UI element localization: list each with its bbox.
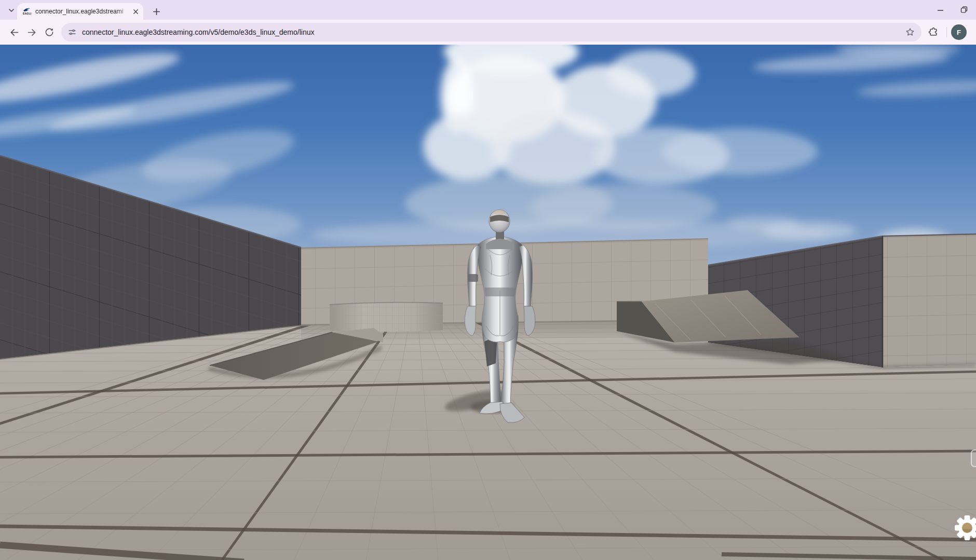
profile-avatar[interactable]: F [951,24,967,40]
back-button[interactable] [5,23,23,41]
svg-text:EAGLE: EAGLE [23,11,31,15]
extensions-button[interactable] [925,23,942,41]
bookmark-star-icon[interactable] [905,27,915,37]
close-icon [133,9,139,15]
tab-search-button[interactable] [4,4,19,17]
forward-button[interactable] [23,23,40,41]
extensions-puzzle-icon [928,27,939,37]
cylinder-prop [330,303,443,332]
tab-strip: EAGLE connector_linux.eagle3dstreami [0,0,976,20]
browser-window: EAGLE connector_linux.eagle3dstreami [0,0,976,560]
active-tab[interactable]: EAGLE connector_linux.eagle3dstreami [17,3,143,20]
reload-icon [44,27,55,37]
tab-title: connector_linux.eagle3dstreami [35,8,131,15]
gear-icon [955,515,976,540]
url-text: connector_linux.eagle3dstreaming.com/v5/… [82,28,905,36]
tab-close-button[interactable] [131,7,140,16]
minimize-button[interactable] [928,0,952,20]
site-info-tune-icon [67,28,77,37]
pixel-streaming-viewport[interactable] [0,45,976,560]
url-bar[interactable]: connector_linux.eagle3dstreaming.com/v5/… [61,23,921,42]
toolbar-divider [946,27,947,37]
settings-gear-button[interactable] [950,511,976,545]
chevron-down-icon [7,6,16,15]
plus-icon [153,8,160,16]
new-tab-button[interactable] [150,5,164,19]
back-arrow-icon [9,27,20,38]
eagle3d-favicon-icon: EAGLE [22,7,31,16]
partial-edge-button[interactable] [971,449,976,467]
window-controls [928,0,976,20]
profile-initial: F [957,29,961,36]
restore-button[interactable] [952,0,976,20]
restore-icon [960,6,968,13]
minimize-icon [937,7,944,13]
forward-arrow-icon [26,27,37,38]
reload-button[interactable] [40,23,58,41]
browser-toolbar: connector_linux.eagle3dstreaming.com/v5/… [0,20,976,45]
